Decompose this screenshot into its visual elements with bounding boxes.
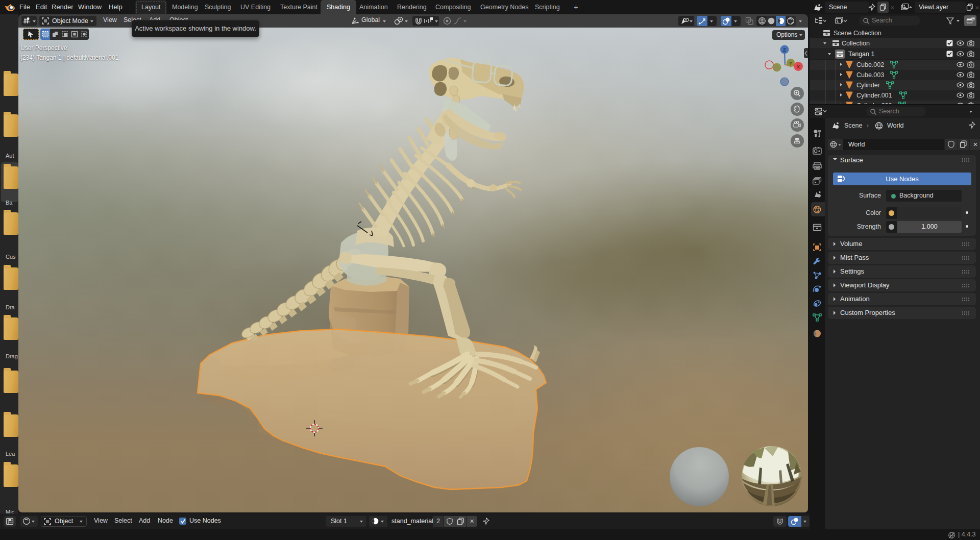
svg-text:X: X [797, 64, 800, 69]
svg-text:Z: Z [783, 47, 786, 53]
svg-text:Y: Y [789, 61, 792, 66]
